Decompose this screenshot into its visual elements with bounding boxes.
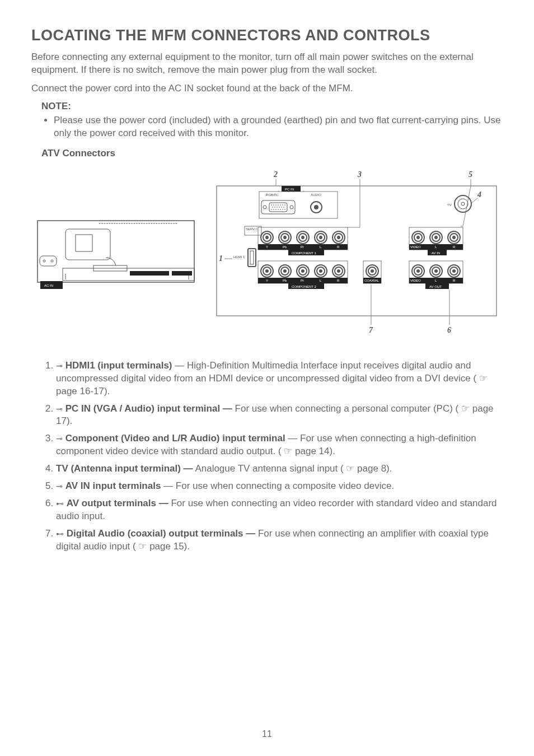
- label-rgbpc: RGB/PC: [266, 193, 279, 197]
- label-video1: VIDEO: [410, 245, 421, 249]
- svg-point-18: [290, 206, 293, 209]
- label-video2: VIDEO: [410, 279, 421, 282]
- svg-rect-3: [40, 256, 57, 266]
- label-acin: AC IN: [44, 284, 53, 287]
- connector-diagram: AC IN PC IN RGB/PC AUDIO SERV.C HDMI 1: [32, 165, 502, 344]
- note-bullet: Please use the power cord (included) wit…: [54, 114, 503, 140]
- input-icon: ⊸: [56, 482, 63, 491]
- list-item: ⊸ AV IN input terminals — For use when c…: [56, 480, 503, 493]
- svg-rect-11: [172, 271, 192, 276]
- svg-point-29: [277, 207, 278, 208]
- label-audio: AUDIO: [311, 193, 321, 197]
- svg-text:R: R: [337, 245, 340, 249]
- label-tv: TV: [447, 203, 452, 207]
- svg-point-17: [263, 206, 266, 209]
- output-icon: ⊷: [56, 529, 64, 538]
- item-desc: Analogue TV antenna signal input ( ☞ pag…: [193, 463, 392, 474]
- connector-list: ⊸ HDMI1 (input terminals) — High-Definit…: [41, 360, 503, 553]
- svg-point-22: [275, 204, 277, 206]
- label-component2: COMPONENT 2: [292, 285, 317, 288]
- callout-7: 7: [369, 326, 373, 334]
- svg-point-38: [282, 209, 283, 210]
- label-pcin: PC IN: [285, 188, 294, 191]
- input-icon: ⊸: [56, 361, 63, 370]
- svg-point-26: [284, 204, 285, 206]
- svg-line-82: [472, 198, 477, 203]
- item-title: AV output terminals —: [67, 498, 168, 508]
- svg-point-23: [278, 204, 279, 206]
- atv-connectors-heading: ATV Connectors: [41, 148, 503, 159]
- label-avin: AV IN: [432, 251, 440, 255]
- svg-point-68: [461, 202, 465, 206]
- item-title: PC IN (VGA / Audio) input terminal —: [65, 403, 232, 414]
- svg-text:Y: Y: [266, 279, 268, 282]
- item-title: TV (Antenna input terminal) —: [56, 463, 193, 474]
- svg-point-33: [271, 209, 272, 210]
- svg-point-39: [284, 209, 285, 210]
- page-title: LOCATING THE MFM CONNECTORS AND CONTROLS: [31, 27, 503, 44]
- list-item: ⊸ PC IN (VGA / Audio) input terminal — F…: [56, 403, 503, 428]
- svg-text:R: R: [453, 245, 456, 249]
- svg-point-31: [281, 207, 282, 208]
- svg-point-4: [43, 260, 45, 262]
- svg-rect-10: [130, 271, 169, 276]
- list-item: ⊸ Component (Video and L/R Audio) input …: [56, 432, 503, 458]
- callout-5: 5: [469, 170, 472, 179]
- svg-point-30: [279, 207, 280, 208]
- list-item: ⊷ AV output terminals — For use when con…: [56, 497, 503, 523]
- intro-paragraph-1: Before connecting any external equipment…: [31, 51, 503, 77]
- label-avout: AV OUT: [429, 285, 442, 288]
- callout-4: 4: [477, 190, 481, 199]
- callout-3: 3: [357, 170, 362, 179]
- svg-text:Y: Y: [266, 245, 268, 249]
- page-number: 11: [0, 729, 534, 739]
- output-icon: ⊷: [56, 499, 64, 508]
- callout-1: 1: [219, 254, 223, 263]
- svg-point-28: [274, 207, 275, 208]
- item-desc: — For use when connecting a composite vi…: [161, 480, 394, 491]
- svg-point-36: [278, 209, 279, 210]
- list-item: TV (Antenna input terminal) — Analogue T…: [56, 463, 503, 475]
- label-servc: SERV.C: [246, 227, 258, 231]
- svg-text:Pr: Pr: [301, 279, 304, 282]
- list-item: ⊸ HDMI1 (input terminals) — High-Definit…: [56, 360, 503, 398]
- svg-point-66: [455, 195, 471, 212]
- svg-point-35: [275, 209, 277, 210]
- item-title: AV IN input terminals: [65, 480, 161, 491]
- svg-point-25: [282, 204, 283, 206]
- svg-point-5: [51, 260, 53, 262]
- svg-text:Pb: Pb: [283, 245, 287, 249]
- svg-point-24: [280, 204, 281, 206]
- input-icon: ⊸: [56, 404, 63, 413]
- svg-rect-2: [76, 235, 92, 251]
- svg-text:Pr: Pr: [301, 245, 304, 249]
- item-title: Digital Audio (coaxial) output terminals…: [67, 528, 256, 539]
- label-hdmi1: HDMI 1: [233, 255, 245, 259]
- svg-point-37: [280, 209, 281, 210]
- svg-rect-19: [269, 203, 287, 212]
- svg-rect-1: [65, 229, 110, 260]
- label-component1: COMPONENT 1: [292, 251, 317, 255]
- svg-point-34: [273, 209, 274, 210]
- svg-rect-43: [248, 249, 256, 267]
- svg-text:R: R: [337, 279, 340, 282]
- list-item: ⊷ Digital Audio (coaxial) output termina…: [56, 528, 503, 553]
- svg-point-21: [273, 204, 274, 206]
- svg-text:Pb: Pb: [283, 279, 287, 282]
- svg-rect-44: [250, 251, 254, 264]
- note-heading: NOTE:: [41, 101, 503, 112]
- input-icon: ⊸: [56, 434, 63, 443]
- callout-6: 6: [447, 326, 451, 334]
- svg-point-41: [314, 205, 318, 209]
- svg-point-20: [271, 204, 272, 206]
- callout-2: 2: [273, 170, 278, 179]
- intro-paragraph-2: Connect the power cord into the AC IN so…: [31, 82, 503, 95]
- note-block: NOTE: Please use the power cord (include…: [41, 101, 503, 140]
- label-coaxial: COAXIAL: [364, 279, 380, 282]
- item-title: Component (Video and L/R Audio) input te…: [65, 433, 285, 444]
- svg-point-32: [283, 207, 284, 208]
- svg-point-27: [272, 207, 273, 208]
- item-title: HDMI1 (input terminals): [65, 360, 172, 371]
- svg-text:R: R: [453, 279, 456, 282]
